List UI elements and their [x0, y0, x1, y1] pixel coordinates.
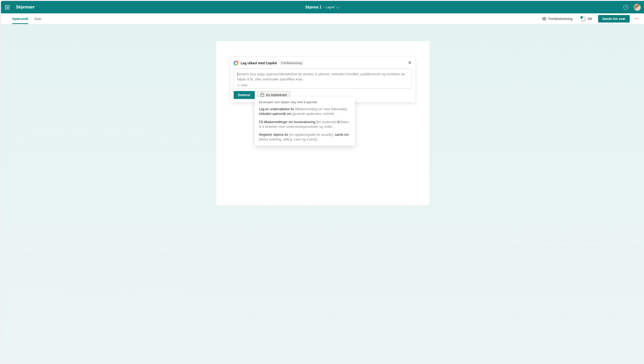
- svg-point-0: [544, 18, 545, 20]
- preview-badge: Forhåndsvisning: [279, 61, 304, 65]
- more-options-button[interactable]: [634, 17, 639, 20]
- chevron-down-icon: [336, 5, 340, 9]
- top-bar: Skjemaer Skjema 1 – Lagret ?: [1, 1, 644, 13]
- prompt-input[interactable]: Beskriv hva slags spørreundersøkelse du …: [234, 69, 412, 89]
- close-button[interactable]: [407, 60, 412, 66]
- copilot-card: Lag utkast med Copilot Forhåndsvisning B…: [230, 57, 416, 103]
- close-icon: [408, 61, 411, 64]
- form-status: – Lagret: [324, 6, 335, 9]
- generate-button[interactable]: Generer: [234, 91, 255, 99]
- form-title: Skjema 1: [305, 5, 321, 10]
- tab-responses[interactable]: Svar: [34, 13, 42, 24]
- prompt-example-2[interactable]: Få tilbakemeldinger om kursevaluering [f…: [259, 120, 351, 129]
- copilot-title: Lag utkast med Copilot: [241, 61, 277, 65]
- eye-icon: [542, 17, 546, 21]
- tabs: Spørsmål Svar: [12, 13, 42, 24]
- tab-questions[interactable]: Spørsmål: [12, 13, 28, 24]
- prompt-example-3[interactable]: Registrer skjema for [en opplæringsøkt f…: [259, 132, 351, 142]
- collect-responses-button[interactable]: Samle inn svar: [598, 15, 630, 23]
- sub-toolbar: Spørsmål Svar Forhåndsvisning Stil Samle…: [1, 13, 644, 24]
- prompt-example-1[interactable]: Lag en undersøkelse for [tilbakemelding …: [259, 107, 351, 116]
- show-prompts-label: Vis ledetekster: [266, 93, 287, 97]
- char-counter: 0 / 2000: [237, 84, 409, 87]
- copilot-header: Lag utkast med Copilot Forhåndsvisning: [234, 60, 412, 66]
- app-name[interactable]: Skjemaer: [16, 5, 35, 10]
- canvas-area: Lag utkast med Copilot Forhåndsvisning B…: [1, 24, 644, 364]
- theme-icon: [580, 16, 586, 21]
- top-bar-right: ?: [624, 4, 641, 11]
- preview-label: Forhåndsvisning: [548, 17, 572, 21]
- prompts-dropdown: Eksempler som hjelper deg med å opprette…: [255, 97, 355, 146]
- app-launcher-icon[interactable]: [5, 5, 9, 10]
- dropdown-header: Eksempler som hjelper deg med å opprette: [259, 100, 351, 104]
- form-sheet: Lag utkast med Copilot Forhåndsvisning B…: [216, 41, 430, 205]
- preview-button[interactable]: Forhåndsvisning: [540, 16, 574, 22]
- form-title-dropdown[interactable]: Skjema 1 – Lagret: [305, 5, 339, 10]
- toolbar-right: Forhåndsvisning Stil Samle inn svar: [540, 15, 639, 23]
- prompt-placeholder: Beskriv hva slags spørreundersøkelse du …: [237, 72, 409, 82]
- copilot-logo-icon: [234, 61, 238, 66]
- style-label: Stil: [588, 17, 592, 21]
- app-window: Skjemaer Skjema 1 – Lagret ? Spørsmål Sv…: [1, 1, 644, 364]
- avatar[interactable]: [634, 4, 641, 11]
- style-button[interactable]: Stil: [578, 15, 594, 23]
- book-icon: [260, 93, 264, 97]
- help-icon[interactable]: ?: [624, 5, 628, 10]
